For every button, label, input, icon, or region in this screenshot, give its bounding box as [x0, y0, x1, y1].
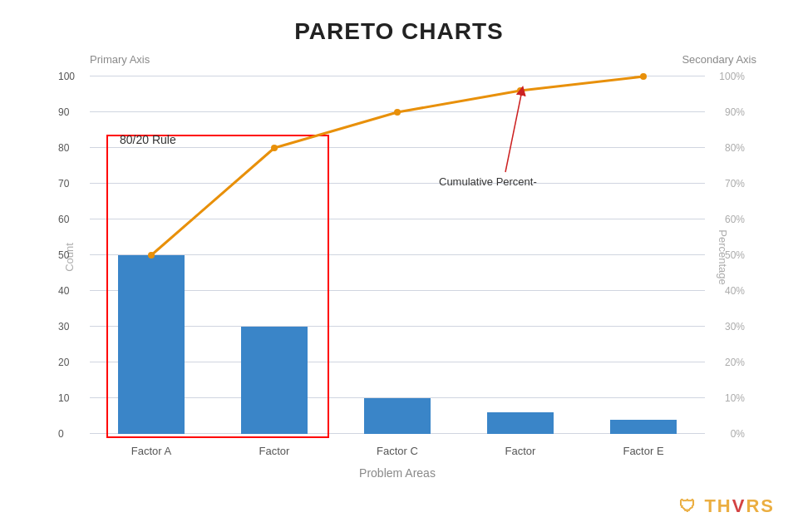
cumulative-label: Cumulative Percent-	[439, 164, 605, 234]
svg-point-2	[394, 109, 401, 116]
xlabel-factor-e: Factor E	[623, 445, 663, 457]
ytick-10: 10	[58, 392, 69, 404]
ytick-0: 0	[58, 428, 64, 440]
svg-point-4	[640, 73, 647, 80]
primary-axis-label: Primary Axis	[90, 53, 150, 66]
watermark-rs: RS	[746, 495, 775, 516]
ytick-100: 100	[58, 71, 75, 82]
ytick-right-10: 10%	[725, 392, 745, 404]
x-axis-title: Problem Areas	[359, 466, 436, 480]
ytick-right-40: 40%	[725, 285, 745, 297]
ytick-90: 90	[58, 106, 69, 118]
page-title: PARETO CHARTS	[294, 18, 504, 45]
ytick-80: 80	[58, 142, 69, 154]
ytick-70: 70	[58, 178, 69, 190]
cumulative-line-svg	[90, 76, 705, 434]
svg-point-3	[517, 87, 524, 94]
cumulative-arrow-svg	[439, 164, 605, 230]
cumulative-text: Cumulative Percent-	[439, 175, 537, 188]
watermark: 🛡 THVRS	[679, 495, 775, 517]
xlabel-factor-c: Factor C	[377, 445, 418, 457]
svg-point-0	[148, 252, 155, 259]
xlabel-factor-b: Factor	[259, 445, 290, 457]
ytick-right-70: 70%	[725, 178, 745, 190]
ytick-right-20: 20%	[725, 357, 745, 368]
ytick-right-0: 0%	[731, 428, 745, 440]
ytick-60: 60	[58, 214, 69, 225]
page: PARETO CHARTS Primary Axis Secondary Axi…	[0, 0, 798, 532]
ytick-right-100: 100%	[719, 71, 745, 82]
chart-area: Primary Axis Secondary Axis Count Percen…	[42, 52, 756, 484]
plot-area: 0 10 20 30 40 50 60 70 80 90 100 0% 10% …	[90, 76, 705, 434]
ytick-right-30: 30%	[725, 321, 745, 332]
ytick-40: 40	[58, 285, 69, 297]
ytick-50: 50	[58, 249, 69, 261]
watermark-v: V	[732, 495, 746, 516]
watermark-shield: 🛡	[679, 497, 697, 515]
ytick-30: 30	[58, 321, 69, 332]
watermark-text: TH	[704, 495, 732, 516]
ytick-20: 20	[58, 357, 69, 368]
secondary-axis-label: Secondary Axis	[682, 53, 756, 66]
ytick-right-50: 50%	[725, 249, 745, 261]
ytick-right-80: 80%	[725, 142, 745, 154]
ytick-right-90: 90%	[725, 106, 745, 118]
xlabel-factor-d: Factor	[505, 445, 536, 457]
ytick-right-60: 60%	[725, 214, 745, 225]
svg-point-1	[271, 145, 278, 151]
xlabel-factor-a: Factor A	[131, 445, 171, 457]
